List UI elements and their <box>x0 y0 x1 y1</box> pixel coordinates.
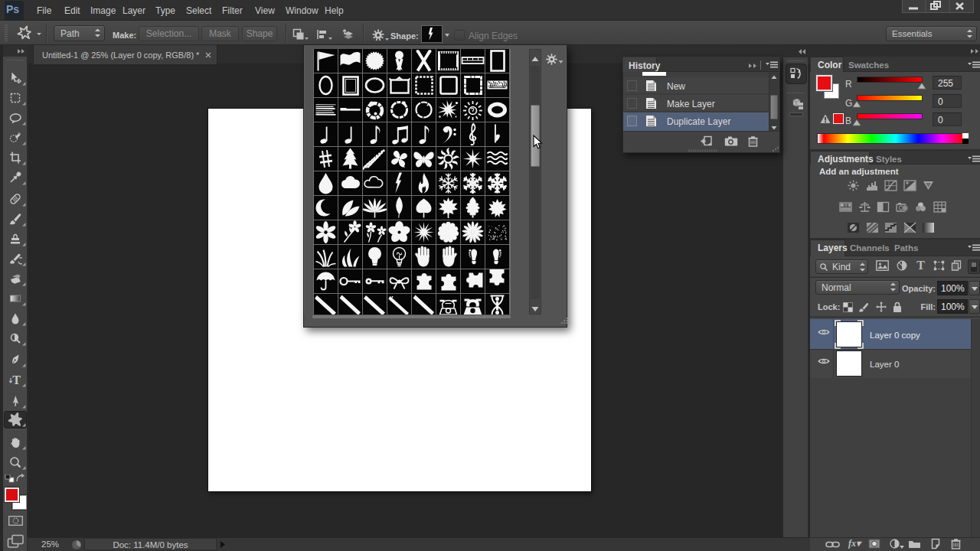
svg-text:T: T <box>12 373 21 386</box>
